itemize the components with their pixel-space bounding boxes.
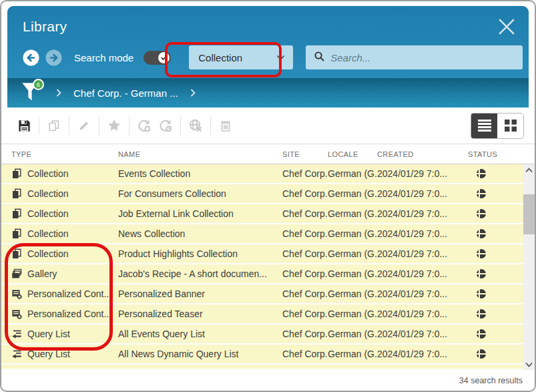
filter-funnel-icon[interactable]: 6 (21, 81, 44, 104)
column-header-status[interactable]: STATUS (468, 150, 495, 158)
name-cell: Product Highlights Collection (118, 248, 282, 259)
type-cell: Personalized Cont... (11, 309, 118, 319)
toolbar-separator (129, 117, 129, 135)
column-header-type[interactable]: TYPE (11, 150, 118, 158)
created-cell: 2024/01/29 7:0... (377, 248, 468, 259)
page-title: Library (23, 19, 67, 35)
table-area: Collection Events Collection Chef Corp. … (1, 164, 535, 370)
content-type-value: Collection (198, 52, 242, 63)
table-body: Collection Events Collection Chef Corp. … (1, 164, 523, 370)
publish-schedule-button[interactable] (155, 115, 176, 136)
column-header-created[interactable]: CREATED (377, 150, 468, 158)
table-row[interactable]: Query List All Events Query List Chef Co… (1, 325, 523, 345)
type-label: Query List (27, 349, 70, 359)
status-cell (468, 229, 495, 238)
publication-status-icon (477, 349, 486, 359)
table-row[interactable]: Collection For Consumers Collection Chef… (1, 184, 523, 204)
content-type-icon (11, 268, 22, 279)
save-button[interactable] (13, 115, 35, 136)
chevron-down-icon (276, 51, 285, 63)
type-label: Gallery (27, 268, 57, 279)
site-cell: Chef Corp. (282, 248, 328, 259)
table-row[interactable]: Collection Product Highlights Collection… (1, 244, 523, 264)
type-cell: Collection (11, 228, 118, 239)
table-row[interactable]: Personalized Cont... Personalized Banner… (1, 284, 523, 305)
column-header-locale[interactable]: LOCALE (328, 150, 377, 158)
approve-publish-button[interactable] (133, 115, 155, 136)
action-toolbar (1, 108, 535, 144)
table-row[interactable]: Gallery Jacob's Recipe - A short documen… (1, 264, 523, 284)
site-cell: Chef Corp. (282, 228, 328, 239)
status-cell (468, 189, 495, 198)
copy-button[interactable] (43, 115, 65, 136)
search-input[interactable] (330, 52, 516, 63)
site-cell: Chef Corp. (282, 188, 328, 199)
content-type-icon (11, 349, 22, 359)
created-cell: 2024/01/29 7:0... (377, 288, 468, 299)
forward-button[interactable] (45, 49, 62, 66)
type-label: Collection (27, 208, 68, 219)
trash-icon (218, 118, 233, 134)
scroll-down-icon[interactable] (523, 359, 535, 370)
toolbar-separator (99, 117, 99, 135)
type-cell: Query List (11, 329, 118, 339)
created-cell: 2024/01/29 7:0... (377, 188, 468, 199)
locale-cell: German (G... (328, 288, 377, 299)
locale-cell: German (G... (328, 228, 377, 239)
content-type-icon (11, 329, 22, 339)
publication-status-icon (477, 229, 486, 238)
scrollbar-track[interactable] (523, 176, 535, 359)
type-cell: Collection (11, 188, 118, 199)
breadcrumb-site[interactable]: Chef Corp. - German ... (73, 87, 178, 99)
type-cell: Query List (11, 349, 118, 359)
toolbar-separator (39, 117, 39, 135)
status-cell (468, 289, 495, 299)
table-row[interactable]: Collection News Collection Chef Corp. Ge… (1, 224, 523, 244)
table-row[interactable]: Query List All News Dynamic Query List C… (1, 345, 523, 365)
type-label: Collection (27, 168, 68, 179)
withdraw-button[interactable] (185, 115, 206, 136)
type-cell: Collection (11, 248, 118, 259)
thumbnail-view-button[interactable] (497, 114, 523, 138)
table-row-partial[interactable] (1, 365, 523, 369)
publish-schedule-icon (158, 118, 174, 134)
publication-status-icon (477, 249, 486, 258)
name-cell: Job External Link Collection (118, 208, 282, 219)
column-header-name[interactable]: NAME (118, 150, 282, 158)
type-label: Collection (27, 188, 68, 199)
created-cell: 2024/01/29 7:0... (377, 168, 468, 179)
search-mode-toggle[interactable] (144, 51, 171, 65)
vertical-scrollbar (523, 164, 535, 370)
column-header-site[interactable]: SITE (282, 150, 328, 158)
locale-cell: German (G... (328, 309, 377, 319)
copy-icon (47, 118, 61, 133)
type-label: Personalized Cont... (27, 288, 111, 299)
search-controls: Search mode Collection (7, 41, 529, 78)
name-cell: Personalized Teaser (118, 309, 282, 319)
content-type-icon (11, 288, 22, 299)
search-mode-label: Search mode (74, 52, 133, 63)
site-cell: Chef Corp. (282, 168, 328, 179)
locale-cell: German (G... (328, 349, 377, 359)
table-row[interactable]: Personalized Cont... Personalized Teaser… (1, 305, 523, 325)
status-cell (468, 249, 495, 258)
content-type-dropdown[interactable]: Collection (189, 45, 293, 69)
table-header: TYPE NAME SITE LOCALE CREATED STATUS (1, 144, 535, 164)
type-cell: Collection (11, 168, 118, 179)
thumbnail-view-icon (503, 118, 518, 133)
back-button[interactable] (23, 49, 39, 66)
list-view-button[interactable] (471, 114, 497, 138)
scrollbar-thumb[interactable] (523, 194, 535, 234)
delete-button[interactable] (215, 115, 236, 136)
edit-button[interactable] (73, 115, 95, 136)
publication-status-icon (477, 309, 486, 319)
table-row[interactable]: Collection Job External Link Collection … (1, 204, 523, 224)
close-icon[interactable] (498, 18, 515, 35)
table-row[interactable]: Collection Events Collection Chef Corp. … (1, 164, 523, 184)
publication-status-icon (477, 329, 486, 339)
locale-cell: German (G... (328, 188, 377, 199)
bookmark-button[interactable] (103, 115, 125, 136)
name-cell: All News Dynamic Query List (118, 349, 282, 359)
content-type-icon (11, 309, 22, 319)
scroll-up-icon[interactable] (523, 164, 535, 176)
